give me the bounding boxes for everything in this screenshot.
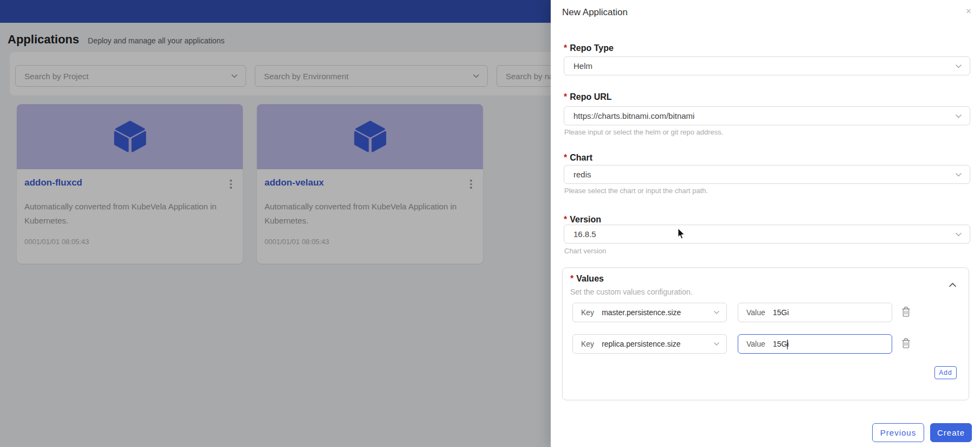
version-value: 16.8.5	[573, 229, 955, 239]
chevron-up-icon	[949, 283, 957, 288]
repo-type-value: Helm	[573, 61, 955, 71]
new-application-drawer: New Application × *Repo Type Helm *Repo …	[551, 0, 980, 447]
key-select[interactable]: Key replica.persistence.size	[572, 334, 727, 354]
key-select[interactable]: Key master.persistence.size	[572, 303, 727, 322]
version-helper: Chart version	[564, 247, 606, 255]
repo-url-value: https://charts.bitnami.com/bitnami	[573, 111, 955, 120]
required-asterisk: *	[570, 274, 573, 283]
chevron-down-icon	[713, 342, 720, 346]
chart-value: redis	[573, 170, 955, 179]
required-asterisk: *	[564, 92, 567, 101]
add-value-button[interactable]: Add	[934, 366, 957, 379]
key-prefix-label: Key	[581, 340, 594, 348]
version-select[interactable]: 16.8.5	[564, 225, 970, 244]
value-text: 15Gi	[773, 308, 885, 317]
chart-label: *Chart	[564, 153, 592, 163]
create-button[interactable]: Create	[930, 423, 972, 442]
key-value: master.persistence.size	[602, 308, 713, 317]
required-asterisk: *	[564, 43, 567, 53]
drawer-title: New Application	[562, 7, 628, 18]
trash-icon	[901, 338, 911, 349]
chart-helper: Please select the chart or input the cha…	[564, 187, 708, 195]
key-value: replica.persistence.size	[602, 340, 713, 348]
chart-select[interactable]: redis	[564, 165, 970, 184]
value-prefix-label: Value	[746, 340, 765, 348]
chevron-down-icon	[713, 310, 720, 315]
repo-url-helper: Please input or select the helm or git r…	[564, 128, 723, 136]
trash-icon	[901, 306, 911, 317]
previous-button[interactable]: Previous	[872, 423, 924, 442]
version-label: *Version	[564, 215, 601, 225]
application-page: Applications Deploy and manage all your …	[0, 0, 980, 447]
chevron-down-icon	[955, 64, 962, 68]
chevron-down-icon	[955, 232, 962, 237]
modal-dim-overlay[interactable]	[0, 0, 551, 447]
close-icon[interactable]: ×	[966, 6, 971, 17]
text-cursor	[787, 340, 788, 349]
repo-type-label: *Repo Type	[564, 43, 614, 53]
chevron-down-icon	[955, 173, 962, 177]
chevron-down-icon	[955, 114, 962, 118]
value-input-focused[interactable]: Value 15Gi	[738, 334, 892, 354]
collapse-panel-button[interactable]	[949, 280, 957, 290]
value-text: 15Gi	[773, 340, 885, 348]
delete-row-button[interactable]	[901, 306, 913, 318]
values-label: *Values	[570, 274, 604, 284]
values-subtitle: Set the custom values configuration.	[570, 288, 693, 296]
required-asterisk: *	[564, 153, 567, 162]
repo-type-select[interactable]: Helm	[564, 56, 970, 75]
delete-row-button[interactable]	[901, 338, 913, 350]
required-asterisk: *	[564, 215, 567, 224]
repo-url-label: *Repo URL	[564, 92, 612, 102]
values-panel: *Values Set the custom values configurat…	[562, 267, 969, 400]
value-prefix-label: Value	[746, 308, 765, 317]
value-input[interactable]: Value 15Gi	[738, 303, 892, 322]
repo-url-select[interactable]: https://charts.bitnami.com/bitnami	[564, 106, 970, 125]
key-prefix-label: Key	[581, 308, 594, 317]
